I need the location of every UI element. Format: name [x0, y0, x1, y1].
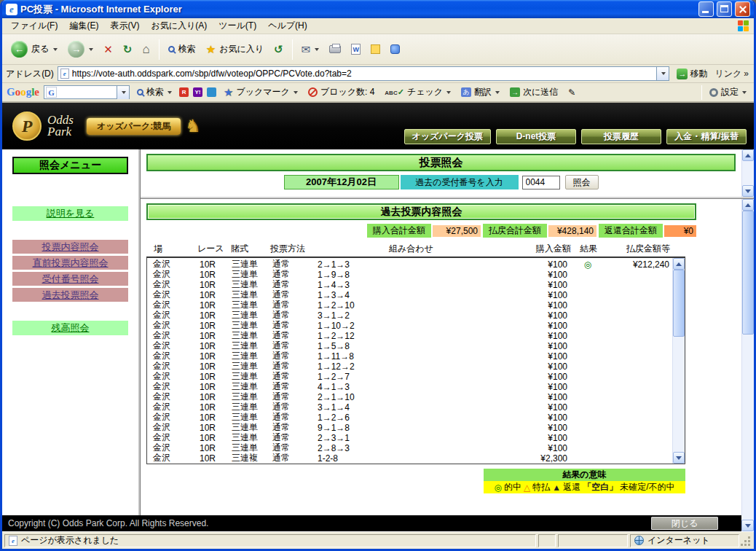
links-toolbar[interactable]: リンク » — [714, 68, 750, 80]
scroll-up-button[interactable] — [673, 258, 685, 270]
scroll-down-button[interactable] — [741, 520, 754, 531]
close-page-button[interactable]: 閉じる — [651, 517, 718, 530]
scroll-up-button[interactable] — [742, 199, 754, 211]
popup-blocker-button[interactable]: ブロック数: 4 — [305, 85, 377, 100]
table-cell: 10R — [194, 321, 229, 331]
table-cell: 1→9→8 — [315, 270, 508, 280]
bookmarks-button[interactable]: ★ ブックマーク — [221, 85, 301, 100]
top-frame-scrollbar[interactable] — [741, 149, 754, 197]
site-nav: オッズパーク投票D-net投票投票履歴入金・精算/振替 — [404, 129, 747, 144]
custom-button-icon[interactable]: R — [179, 87, 189, 97]
close-button[interactable] — [735, 1, 750, 17]
table-cell: 1→2→10 — [315, 300, 508, 310]
table-row: 金沢10R三連単通常2→3→1¥100 — [147, 431, 672, 442]
send-to-label: 次に送信 — [523, 86, 558, 98]
google-g-icon: G — [46, 87, 57, 98]
scroll-down-button[interactable] — [742, 185, 754, 197]
stop-button[interactable]: ✕ — [99, 41, 117, 58]
site-nav-button[interactable]: 入金・精算/振替 — [666, 129, 747, 144]
sidebar-item-help[interactable]: 説明を見る — [12, 206, 128, 221]
table-row: 金沢10R三連単通常4→1→3¥100 — [147, 380, 672, 391]
table-row: 金沢10R三連単通常1→2→10¥100 — [147, 299, 672, 309]
table-cell: 1→11→8 — [315, 351, 508, 362]
table-row: 金沢10R三連単通常3→1→4¥100 — [147, 401, 672, 411]
autofill-button[interactable]: ✎ — [565, 86, 578, 99]
table-cell: ¥212,240 — [601, 259, 672, 270]
mail-dropdown-icon[interactable] — [315, 48, 319, 51]
menu-item[interactable]: お気に入り(A) — [145, 18, 213, 34]
search-button[interactable]: 検索 — [164, 40, 200, 58]
popup-block-count: ブロック数: 4 — [320, 86, 374, 98]
menu-item[interactable]: ファイル(F) — [5, 18, 63, 34]
address-bar: アドレス(D) e https://vote-auth.oddspark.com… — [2, 65, 754, 83]
site-nav-button[interactable]: オッズパーク投票 — [404, 129, 491, 144]
table-row: 金沢10R三連単通常1→12→2¥100 — [147, 360, 672, 370]
minimize-button[interactable] — [698, 1, 714, 17]
spellcheck-button[interactable]: ABC✓ チェック — [382, 85, 454, 100]
site-nav-button[interactable]: 投票履歴 — [581, 129, 661, 144]
edit-button[interactable]: W — [347, 41, 365, 58]
autofill-pencil-icon: ✎ — [568, 87, 575, 98]
back-dropdown-icon[interactable] — [53, 48, 58, 51]
menu-item[interactable]: 編集(E) — [63, 18, 104, 34]
odds-park-emblem-icon[interactable]: P — [12, 112, 42, 141]
send-to-button[interactable]: → 次に送信 — [507, 85, 561, 100]
custom-button-icon[interactable]: Y! — [193, 87, 202, 97]
table-row: 金沢10R三連単通常1→4→3¥100 — [147, 278, 672, 289]
scroll-thumb[interactable] — [673, 270, 685, 337]
google-logo: Google — [7, 86, 39, 98]
home-button[interactable]: ⌂ — [138, 40, 154, 58]
favorites-button[interactable]: ★ お気に入り — [202, 40, 268, 58]
inquiry-button[interactable]: 照会 — [565, 175, 599, 189]
address-input[interactable]: e https://vote-auth.oddspark.com/sbp/dfw… — [58, 66, 670, 81]
url-text[interactable]: https://vote-auth.oddspark.com/sbp/dfw/v… — [72, 69, 654, 79]
history-button[interactable]: ↺ — [269, 41, 288, 58]
table-cell: 10R — [194, 331, 229, 341]
print-button[interactable] — [325, 42, 345, 56]
resize-grip[interactable] — [741, 534, 752, 547]
minimize-icon — [702, 11, 709, 13]
search-icon — [168, 46, 175, 52]
scroll-down-button[interactable] — [673, 452, 685, 464]
scroll-up-button[interactable] — [742, 149, 754, 161]
mail-button[interactable]: ✉ — [297, 41, 324, 58]
menu-item[interactable]: ヘルプ(H) — [262, 18, 313, 34]
table-cell: 2→1→10 — [315, 392, 508, 402]
address-dropdown-button[interactable] — [656, 67, 669, 80]
back-button[interactable]: ← 戻る — [7, 38, 62, 60]
popup-block-icon — [308, 87, 318, 97]
scroll-thumb[interactable] — [742, 211, 754, 335]
sidebar-item[interactable]: 受付番号照会 — [12, 272, 128, 286]
google-search-dropdown[interactable] — [117, 86, 129, 99]
maximize-button[interactable] — [717, 1, 732, 17]
forward-dropdown-icon[interactable] — [89, 48, 93, 51]
table-cell: 10R — [194, 372, 229, 382]
links-label: リンク — [714, 68, 741, 80]
go-button[interactable]: → 移動 — [673, 67, 711, 81]
sidebar-item-balance[interactable]: 残高照会 — [12, 321, 128, 335]
footer-scrollbar[interactable] — [741, 515, 754, 531]
main-frame-scrollbar[interactable] — [741, 199, 754, 515]
receipt-number-input[interactable] — [522, 176, 560, 189]
odds-park-logo[interactable]: Odds Park — [47, 114, 74, 138]
forward-button[interactable]: → — [63, 38, 98, 60]
google-search-button[interactable]: 検索 — [134, 85, 175, 100]
sidebar-item[interactable]: 直前投票内容照会 — [12, 256, 128, 270]
table-row: 金沢10R三連単通常1→5→8¥100 — [147, 340, 672, 350]
google-settings-button[interactable]: 設定 — [706, 85, 749, 100]
custom-button-icon[interactable] — [207, 87, 216, 97]
menu-item[interactable]: ツール(T) — [213, 18, 262, 34]
sidebar-item[interactable]: 過去投票照会 — [12, 288, 128, 302]
menu-item[interactable]: 表示(V) — [104, 18, 145, 34]
table-header-cell: 払戻金額等 — [602, 243, 673, 255]
table-scrollbar[interactable] — [672, 258, 685, 464]
refresh-button[interactable]: ↻ — [119, 41, 137, 58]
sidebar-item[interactable]: 投票内容照会 — [12, 240, 128, 254]
translate-button[interactable]: あ 翻訳 — [458, 85, 503, 100]
google-search-input[interactable]: G — [44, 85, 130, 99]
bookmarks-label: ブックマーク — [236, 86, 289, 98]
site-nav-button[interactable]: D-net投票 — [496, 129, 576, 144]
messenger-button[interactable] — [386, 42, 404, 57]
discuss-button[interactable] — [366, 42, 385, 57]
table-cell: 10R — [194, 270, 229, 280]
